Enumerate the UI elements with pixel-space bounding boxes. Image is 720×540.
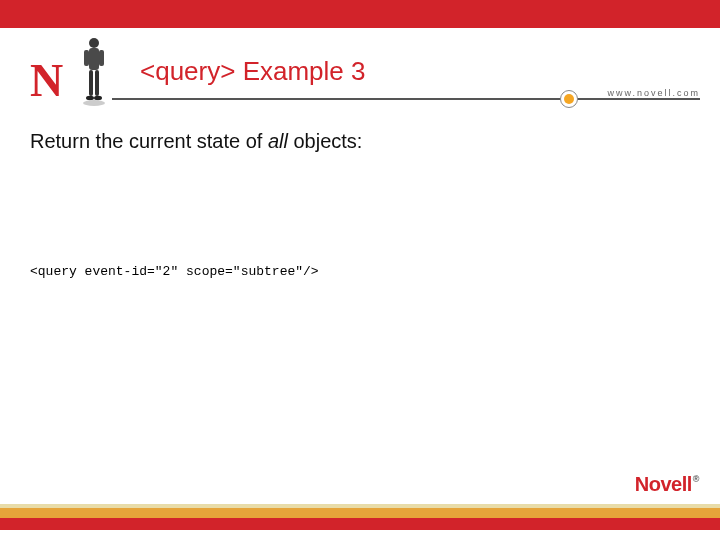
footer-novell-logo: Novell®	[635, 473, 698, 496]
svg-point-8	[83, 100, 105, 106]
footer-brand-text: Novell	[635, 473, 692, 495]
svg-rect-1	[89, 48, 99, 70]
body-text: Return the current state of all objects:	[30, 130, 362, 153]
body-italic: all	[268, 130, 288, 152]
header-url: www.novell.com	[607, 88, 700, 98]
title-rule	[112, 98, 700, 100]
svg-rect-2	[84, 50, 89, 66]
svg-rect-5	[95, 70, 99, 96]
slide: N <query> Example 3 www.novell.com Retur…	[0, 0, 720, 540]
man-figure-icon	[78, 36, 110, 108]
bottom-accent-band	[0, 504, 720, 530]
svg-point-6	[86, 96, 94, 100]
band-red	[0, 518, 720, 530]
svg-point-0	[89, 38, 99, 48]
title-rule-dot-inner	[564, 94, 574, 104]
novell-n-logo: N	[30, 36, 108, 106]
logo-letter-n: N	[30, 54, 62, 107]
top-accent-bar	[0, 0, 720, 28]
slide-title: <query> Example 3	[140, 56, 365, 87]
svg-rect-4	[89, 70, 93, 96]
title-rule-dot	[560, 90, 578, 108]
svg-rect-3	[99, 50, 104, 66]
registered-mark: ®	[693, 474, 699, 484]
svg-point-7	[94, 96, 102, 100]
body-prefix: Return the current state of	[30, 130, 268, 152]
band-orange	[0, 508, 720, 518]
body-suffix: objects:	[288, 130, 362, 152]
code-snippet: <query event-id="2" scope="subtree"/>	[30, 264, 319, 279]
